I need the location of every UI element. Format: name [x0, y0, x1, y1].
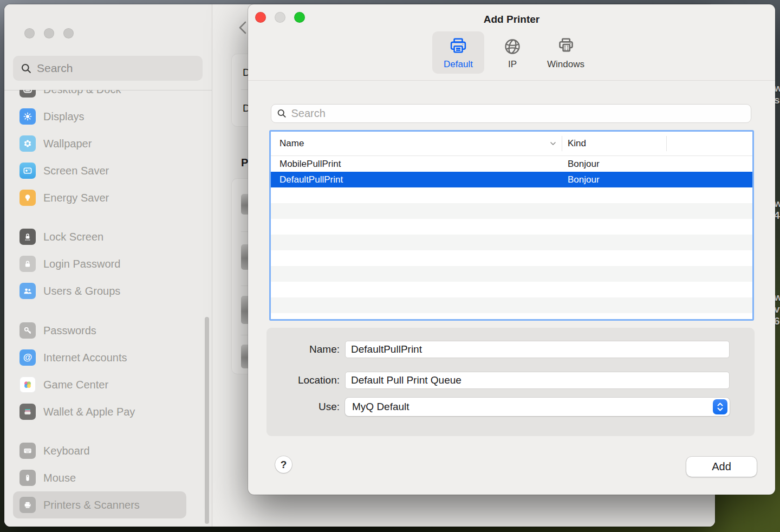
- sidebar-item-lock-screen[interactable]: Lock Screen: [13, 223, 186, 250]
- name-field[interactable]: [345, 341, 730, 358]
- sidebar-item-wallpaper[interactable]: Wallpaper: [13, 130, 186, 157]
- location-field[interactable]: [345, 372, 730, 389]
- users-groups-icon: [20, 283, 36, 299]
- printers-heading-fragment: P: [241, 157, 248, 169]
- sidebar-item-printers-scanners[interactable]: Printers & Scanners: [13, 491, 186, 518]
- sidebar-clipped-row: Desktop & Dock: [4, 90, 212, 103]
- add-printer-dialog: Add Printer Default: [248, 4, 775, 495]
- sidebar-item-screen-saver[interactable]: Screen Saver: [13, 157, 186, 184]
- sidebar-scrollbar[interactable]: [205, 317, 209, 524]
- sidebar-item-users-groups[interactable]: Users & Groups: [13, 277, 186, 304]
- tab-ip[interactable]: IP: [493, 31, 532, 74]
- displays-icon: [20, 108, 36, 125]
- column-header-name[interactable]: Name: [271, 138, 562, 149]
- use-label: Use:: [266, 401, 345, 413]
- printer-name-cell: MobilePullPrint: [271, 159, 562, 170]
- lock-screen-icon: [20, 229, 36, 245]
- tab-label: IP: [508, 59, 517, 70]
- column-divider[interactable]: [666, 136, 667, 151]
- help-button[interactable]: ?: [275, 456, 292, 473]
- sidebar-search-input[interactable]: [37, 62, 195, 75]
- sidebar-item-login-password[interactable]: Login Password: [13, 250, 186, 277]
- tab-default[interactable]: Default: [432, 31, 484, 74]
- desktop-dock-icon: [20, 90, 36, 98]
- printer-details-form: Name: Location: Use: MyQ Default: [266, 328, 755, 436]
- name-label: Name:: [266, 343, 345, 355]
- dropdown-stepper-icon: [713, 399, 727, 414]
- use-dropdown-value: MyQ Default: [352, 401, 410, 413]
- default-printer-icon: [448, 36, 469, 57]
- search-icon: [277, 108, 287, 119]
- sort-chevron-icon: [550, 141, 556, 146]
- dialog-toolbar-tabs: Default IP: [248, 31, 775, 74]
- toolbar-divider: [248, 80, 775, 81]
- login-password-icon: [20, 256, 36, 272]
- sidebar-item-keyboard[interactable]: Keyboard: [13, 437, 186, 464]
- empty-rows: [271, 187, 752, 321]
- settings-sidebar: Desktop & Dock Displays: [4, 4, 212, 527]
- windows-printer-icon: [556, 36, 576, 57]
- sidebar-search-field[interactable]: [13, 56, 203, 81]
- column-header-kind[interactable]: Kind: [562, 138, 666, 149]
- tab-label: Windows: [547, 59, 584, 70]
- location-label: Location:: [266, 374, 345, 386]
- sidebar-item-displays[interactable]: Displays: [13, 103, 186, 130]
- tab-windows[interactable]: Windows: [541, 31, 591, 74]
- printer-table: Name Kind MobilePullPrint Bonjour Defaul…: [269, 130, 754, 321]
- game-center-icon: [20, 377, 36, 393]
- add-button[interactable]: Add: [686, 457, 757, 477]
- energy-saver-icon: [20, 190, 36, 206]
- close-button[interactable]: [24, 28, 35, 38]
- sidebar-item-list: Desktop & Dock Displays: [4, 90, 212, 518]
- sidebar-item-internet-accounts[interactable]: @ Internet Accounts: [13, 344, 186, 371]
- printer-search-input[interactable]: [291, 107, 745, 120]
- passwords-icon: [20, 322, 36, 339]
- internet-accounts-icon: @: [20, 349, 36, 366]
- sidebar-item-wallet-apple-pay[interactable]: Wallet & Apple Pay: [13, 398, 186, 425]
- mouse-icon: [20, 470, 36, 486]
- zoom-button[interactable]: [63, 28, 74, 38]
- keyboard-icon: [20, 443, 36, 459]
- sidebar-item-game-center[interactable]: Game Center: [13, 371, 186, 398]
- printer-row-mobilepullprint[interactable]: MobilePullPrint Bonjour: [271, 156, 752, 172]
- table-header: Name Kind: [271, 132, 752, 156]
- wallpaper-icon: [20, 135, 36, 152]
- printer-kind-cell: Bonjour: [562, 174, 600, 185]
- tab-label: Default: [444, 59, 473, 70]
- sidebar-item-mouse[interactable]: Mouse: [13, 464, 186, 491]
- printers-scanners-icon: [20, 497, 36, 513]
- screen-saver-icon: [20, 163, 36, 179]
- wallet-icon: [20, 404, 36, 420]
- desktop: ws. w4. wv 6.: [0, 0, 780, 532]
- printer-name-cell: DefaultPullPrint: [271, 174, 562, 185]
- search-icon: [21, 63, 32, 74]
- globe-icon: [502, 36, 523, 57]
- use-dropdown[interactable]: MyQ Default: [345, 398, 730, 416]
- printer-kind-cell: Bonjour: [562, 159, 600, 170]
- dialog-title: Add Printer: [248, 14, 775, 25]
- printer-search-field[interactable]: [271, 104, 751, 123]
- sidebar-item-desktop-dock[interactable]: Desktop & Dock: [13, 90, 186, 103]
- minimize-button[interactable]: [44, 28, 54, 38]
- printer-row-defaultpullprint[interactable]: DefaultPullPrint Bonjour: [271, 172, 752, 187]
- sidebar-item-energy-saver[interactable]: Energy Saver: [13, 184, 186, 211]
- window-controls: [24, 28, 74, 38]
- sidebar-item-passwords[interactable]: Passwords: [13, 317, 186, 344]
